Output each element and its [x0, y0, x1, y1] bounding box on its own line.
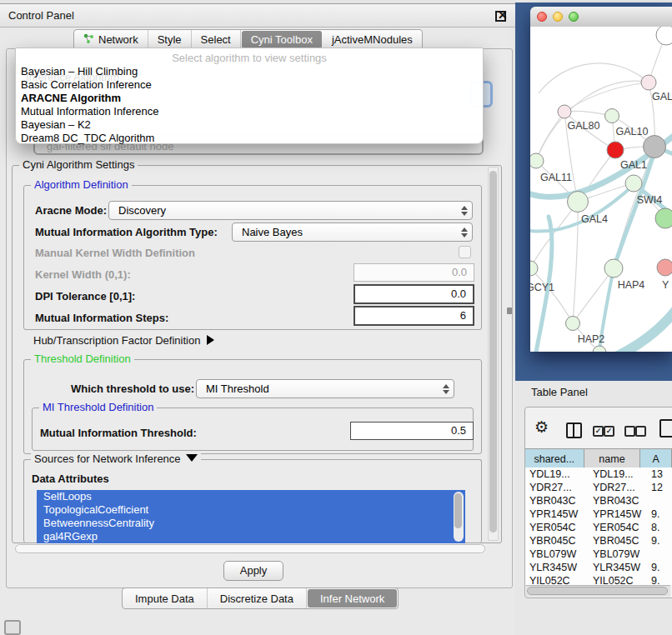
algorithm-option[interactable]: ARACNE Algorithm [16, 92, 483, 105]
table-cell[interactable]: 13 [648, 468, 672, 481]
table-row[interactable]: YDL19...YDL19...13 [525, 468, 672, 481]
network-node[interactable] [568, 192, 589, 212]
gear-icon[interactable]: ⚙ [534, 419, 549, 435]
tab-select[interactable]: Select [192, 30, 241, 49]
network-node[interactable] [605, 109, 619, 123]
mi-steps-field[interactable]: 6 [354, 306, 474, 326]
network-node[interactable] [607, 142, 624, 158]
network-node[interactable] [657, 259, 672, 276]
table-cell[interactable]: 9. [648, 574, 672, 585]
algorithm-option[interactable]: Bayesian – Hill Climbing [16, 65, 483, 78]
table-row[interactable]: YBR045CYBR045C9. [525, 534, 672, 548]
table-row[interactable]: YBL079WYBL079W [525, 548, 672, 561]
network-window-titlebar[interactable] [530, 7, 672, 28]
network-edge[interactable] [530, 202, 578, 268]
table-cell[interactable]: YBR043C [525, 494, 588, 508]
table-cell[interactable] [648, 548, 672, 561]
network-node[interactable] [641, 75, 656, 90]
table-cell[interactable]: YDL19... [588, 468, 648, 481]
tab-cyni-toolbox[interactable]: Cyni Toolbox [242, 31, 322, 48]
column-header[interactable]: name [584, 449, 641, 468]
manual-kernel-checkbox[interactable] [459, 246, 471, 258]
network-node[interactable] [566, 317, 580, 331]
hub-definition-toggle[interactable]: Hub/Transcription Factor Definition [33, 334, 214, 347]
settings-vertical-scrollbar[interactable] [488, 167, 499, 541]
tab-infer-network[interactable]: Infer Network [308, 589, 397, 608]
network-edge[interactable] [539, 63, 649, 93]
tab-network[interactable]: Network [74, 30, 148, 49]
mi-threshold-field[interactable]: 0.5 [350, 422, 474, 440]
kernel-width-field[interactable]: 0.0 [354, 263, 474, 282]
table-row[interactable]: YLR345WYLR345W9. [525, 561, 672, 574]
algorithm-option[interactable]: Basic Correlation Inference [16, 78, 483, 92]
column-header[interactable]: A [640, 449, 672, 468]
table-cell[interactable]: YLR345W [588, 561, 648, 574]
checkbox-unchecked-icon[interactable] [624, 426, 635, 437]
table-cell[interactable]: YER054C [588, 521, 648, 534]
network-node[interactable] [656, 27, 672, 45]
dpi-tolerance-field[interactable]: 0.0 [354, 284, 474, 304]
table-cell[interactable]: YLR345W [525, 561, 588, 574]
table-cell[interactable]: YIL052C [525, 574, 588, 585]
table-cell[interactable]: 12 [648, 481, 672, 494]
apply-button[interactable]: Apply [223, 561, 283, 581]
splitter-handle[interactable] [507, 308, 512, 314]
network-node[interactable] [644, 136, 666, 158]
attribute-item[interactable]: BetweennessCentrality [37, 517, 465, 530]
network-node[interactable] [593, 346, 606, 352]
table-cell[interactable]: 8. [648, 521, 672, 534]
mac-zoom-icon[interactable] [569, 12, 579, 22]
table-cell[interactable]: YPR145W [588, 508, 648, 521]
network-canvas[interactable]: GALGAL80GAL10GAL1GAL11SWI4GAL4GCY1HAP4YH… [530, 27, 672, 352]
algorithm-option[interactable]: Bayesian – K2 [16, 118, 483, 132]
checkbox-unchecked-icon[interactable] [635, 426, 646, 437]
mi-type-combo[interactable]: Naive Bayes [232, 222, 473, 242]
table-cell[interactable]: 9. [648, 534, 672, 548]
table-cell[interactable]: 9. [648, 561, 672, 574]
table-cell[interactable]: YBR045C [588, 534, 648, 548]
table-row[interactable]: YDR27...YDR27...12 [525, 481, 672, 494]
tab-style[interactable]: Style [148, 30, 192, 49]
table-horizontal-scrollbar[interactable] [526, 585, 670, 597]
settings-horizontal-scrollbar[interactable] [13, 543, 489, 555]
checkbox-checked-icon[interactable]: ✓ [593, 426, 604, 437]
network-node[interactable] [625, 175, 642, 192]
table-cell[interactable]: YBR045C [525, 534, 588, 548]
tab-discretize-data[interactable]: Discretize Data [208, 588, 307, 608]
table-row[interactable]: YIL052CYIL052C9. [525, 574, 672, 585]
table-cell[interactable]: YPR145W [525, 508, 588, 521]
close-icon[interactable]: ✕ [498, 8, 508, 22]
mac-close-icon[interactable] [537, 12, 547, 22]
network-node[interactable] [604, 259, 623, 278]
table-cell[interactable]: YIL052C [588, 574, 648, 585]
network-node[interactable] [558, 105, 571, 118]
network-edge[interactable] [564, 82, 649, 112]
data-attributes-list[interactable]: SelfLoopsTopologicalCoefficientBetweenne… [37, 490, 465, 543]
network-edge[interactable] [536, 112, 564, 161]
checkbox-checked-icon[interactable]: ✓ [604, 426, 614, 437]
table-cell[interactable]: YDR27... [588, 481, 648, 494]
table-cell[interactable]: YER054C [525, 521, 588, 534]
network-node[interactable] [530, 261, 538, 276]
mac-minimize-icon[interactable] [553, 12, 563, 22]
document-icon[interactable] [659, 419, 672, 438]
column-header[interactable]: shared... [525, 449, 584, 468]
table-cell[interactable]: YDL19... [525, 468, 588, 481]
attribute-item[interactable]: SelfLoops [37, 490, 465, 503]
network-node[interactable] [530, 153, 544, 168]
table-cell[interactable]: YBR043C [588, 494, 648, 508]
which-threshold-combo[interactable]: MI Threshold [196, 379, 454, 398]
tab-jactivemnodules[interactable]: jActiveMNodules [323, 30, 422, 49]
attribute-item[interactable]: gal4RGexp [37, 530, 465, 543]
network-node[interactable] [655, 208, 672, 228]
table-cell[interactable]: YDR27... [525, 481, 588, 494]
aracne-mode-combo[interactable]: Discovery [108, 201, 473, 220]
table-cell[interactable]: YBL079W [525, 548, 588, 561]
columns-icon[interactable] [566, 422, 582, 438]
attribute-list-scrollbar[interactable] [454, 492, 464, 542]
table-row[interactable]: YPR145WYPR145W9. [525, 508, 672, 521]
tab-impute-data[interactable]: Impute Data [123, 588, 208, 608]
network-edge[interactable] [573, 202, 578, 323]
algorithm-option[interactable]: Mutual Information Inference [16, 105, 483, 118]
expand-arrow-icon[interactable] [186, 454, 198, 462]
